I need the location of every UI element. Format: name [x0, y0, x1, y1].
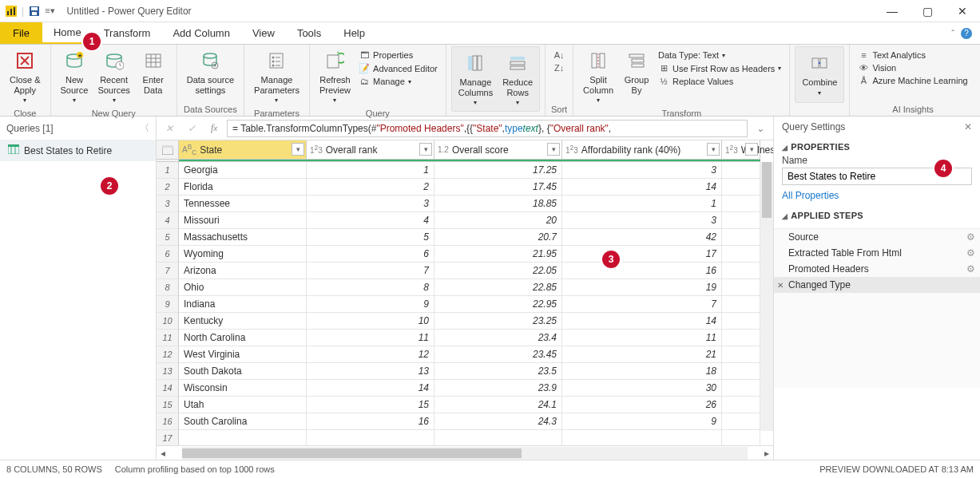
cell-wellness[interactable] [722, 397, 760, 413]
column-header[interactable]: 123Overall rank▾ [307, 140, 434, 160]
help-icon[interactable]: ? [961, 28, 972, 39]
cell-affordability[interactable] [562, 430, 722, 445]
column-filter-icon[interactable]: ▾ [547, 143, 560, 156]
cell-rank[interactable]: 11 [307, 330, 434, 346]
row-number[interactable]: 3 [157, 196, 179, 212]
cell-rank[interactable]: 7 [307, 263, 434, 279]
cell-score[interactable]: 24.1 [434, 397, 562, 413]
column-filter-icon[interactable]: ▾ [292, 143, 304, 156]
cell-state[interactable] [179, 430, 307, 445]
cell-score[interactable]: 23.25 [434, 313, 562, 330]
vertical-scrollbar[interactable] [760, 162, 773, 431]
cell-score[interactable]: 17.45 [434, 179, 562, 196]
applied-step[interactable]: Source⚙ [774, 229, 980, 245]
text-analytics-button[interactable]: ≡Text Analytics [856, 49, 969, 61]
row-number[interactable]: 16 [157, 413, 179, 430]
cell-rank[interactable]: 13 [307, 363, 434, 380]
cell-rank[interactable]: 15 [307, 397, 434, 413]
close-apply-button[interactable]: Close & Apply▾ [5, 46, 46, 107]
data-source-settings-button[interactable]: Data source settings [182, 46, 239, 98]
cell-score[interactable]: 24.3 [434, 413, 562, 430]
cell-wellness[interactable] [722, 413, 760, 430]
cell-affordability[interactable]: 3 [562, 212, 722, 229]
row-number[interactable]: 5 [157, 229, 179, 246]
cell-wellness[interactable] [722, 363, 760, 380]
formula-expand-icon[interactable]: ⌄ [751, 120, 770, 137]
cell-state[interactable]: South Dakota [179, 363, 307, 380]
manage-button[interactable]: 🗂Manage ▾ [357, 76, 439, 87]
cell-wellness[interactable] [722, 212, 760, 229]
cell-score[interactable]: 17.25 [434, 162, 562, 179]
cell-score[interactable]: 22.85 [434, 279, 562, 296]
cell-state[interactable]: Georgia [179, 162, 307, 179]
cell-state[interactable]: Missouri [179, 212, 307, 229]
cell-rank[interactable]: 14 [307, 380, 434, 397]
tab-transform[interactable]: Transform [93, 22, 162, 44]
fx-icon[interactable]: fx [204, 120, 224, 137]
cell-state[interactable]: North Carolina [179, 330, 307, 346]
close-button[interactable]: ✕ [945, 0, 980, 22]
cell-affordability[interactable]: 14 [562, 179, 722, 196]
cell-state[interactable]: Utah [179, 397, 307, 413]
column-header[interactable]: ABCState▾ [179, 140, 307, 160]
split-column-button[interactable]: Split Column▾ [578, 46, 618, 107]
column-header[interactable]: 123Affordability rank (40%)▾ [562, 140, 722, 160]
cell-wellness[interactable] [722, 380, 760, 397]
cell-state[interactable]: Kentucky [179, 313, 307, 330]
cell-wellness[interactable] [722, 229, 760, 246]
azure-ml-button[interactable]: ÅAzure Machine Learning [856, 75, 969, 86]
cell-wellness[interactable] [722, 346, 760, 363]
cell-affordability[interactable]: 7 [562, 296, 722, 313]
close-settings-icon[interactable]: ✕ [964, 121, 972, 132]
properties-button[interactable]: 🗔Properties [357, 49, 439, 61]
new-source-button[interactable]: ★ New Source▾ [56, 46, 93, 107]
cell-score[interactable]: 21.95 [434, 246, 562, 263]
cell-state[interactable]: Massachusetts [179, 229, 307, 246]
cell-wellness[interactable] [722, 179, 760, 196]
cell-state[interactable]: Florida [179, 179, 307, 196]
column-filter-icon[interactable]: ▾ [419, 143, 432, 156]
tab-help[interactable]: Help [332, 22, 376, 44]
cell-affordability[interactable]: 26 [562, 397, 722, 413]
recent-sources-button[interactable]: Recent Sources▾ [93, 46, 134, 107]
row-number[interactable]: 11 [157, 330, 179, 346]
sort-desc-button[interactable]: Z↓ [552, 62, 566, 73]
row-number[interactable]: 7 [157, 263, 179, 279]
cell-affordability[interactable]: 30 [562, 380, 722, 397]
formula-input[interactable]: = Table.TransformColumnTypes(#"Promoted … [227, 120, 748, 137]
step-gear-icon[interactable]: ⚙ [966, 263, 975, 275]
sort-asc-button[interactable]: A↓ [552, 49, 566, 61]
cell-rank[interactable]: 8 [307, 279, 434, 296]
advanced-editor-button[interactable]: 📝Advanced Editor [357, 62, 439, 74]
cell-affordability[interactable]: 3 [562, 162, 722, 179]
row-number[interactable]: 12 [157, 346, 179, 363]
applied-step[interactable]: Extracted Table From Html⚙ [774, 245, 980, 261]
collapse-queries-icon[interactable]: 〈 [140, 121, 149, 135]
cell-state[interactable]: Indiana [179, 296, 307, 313]
data-grid[interactable]: ABCState▾123Overall rank▾1.2Overall scor… [157, 140, 773, 445]
column-filter-icon[interactable]: ▾ [745, 143, 758, 156]
cell-rank[interactable]: 5 [307, 229, 434, 246]
manage-columns-button[interactable]: Manage Columns▾ [454, 49, 498, 109]
query-item[interactable]: Best States to Retire [0, 140, 156, 161]
cell-rank[interactable] [307, 430, 434, 445]
cell-wellness[interactable] [722, 162, 760, 179]
row-number[interactable]: 17 [157, 430, 179, 445]
cell-score[interactable] [434, 430, 562, 445]
cell-score[interactable]: 23.9 [434, 380, 562, 397]
cell-state[interactable]: Wyoming [179, 246, 307, 263]
step-gear-icon[interactable]: ⚙ [966, 231, 975, 243]
cell-state[interactable]: Wisconsin [179, 380, 307, 397]
cell-affordability[interactable]: 19 [562, 279, 722, 296]
cell-rank[interactable]: 6 [307, 246, 434, 263]
reduce-rows-button[interactable]: Reduce Rows▾ [498, 49, 538, 109]
group-by-button[interactable]: Group By [618, 46, 655, 98]
cell-affordability[interactable]: 9 [562, 413, 722, 430]
cell-rank[interactable]: 10 [307, 313, 434, 330]
cell-score[interactable]: 18.85 [434, 196, 562, 212]
cell-rank[interactable]: 4 [307, 212, 434, 229]
cell-rank[interactable]: 1 [307, 162, 434, 179]
tab-view[interactable]: View [241, 22, 286, 44]
cell-state[interactable]: Ohio [179, 279, 307, 296]
row-number[interactable]: 6 [157, 246, 179, 263]
